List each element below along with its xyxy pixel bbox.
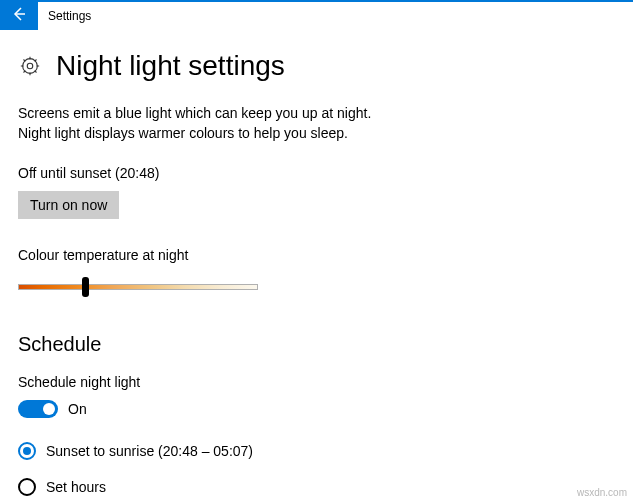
radio-option-set-hours[interactable]: Set hours xyxy=(18,478,615,496)
watermark-text: wsxdn.com xyxy=(577,487,627,498)
color-temperature-slider[interactable] xyxy=(18,277,258,297)
radio-icon xyxy=(18,442,36,460)
radio-label: Set hours xyxy=(46,479,106,495)
schedule-toggle-state: On xyxy=(68,401,87,417)
page-header: Night light settings xyxy=(18,50,615,82)
app-title: Settings xyxy=(38,2,91,30)
radio-label: Sunset to sunrise (20:48 – 05:07) xyxy=(46,443,253,459)
schedule-toggle[interactable] xyxy=(18,400,58,418)
toggle-knob xyxy=(43,403,55,415)
schedule-toggle-label: Schedule night light xyxy=(18,374,615,390)
status-text: Off until sunset (20:48) xyxy=(18,165,615,181)
svg-point-1 xyxy=(23,59,38,74)
page-description: Screens emit a blue light which can keep… xyxy=(18,104,398,143)
schedule-toggle-row: On xyxy=(18,400,615,418)
slider-thumb[interactable] xyxy=(82,277,89,297)
schedule-header: Schedule xyxy=(18,333,615,356)
svg-point-0 xyxy=(27,63,33,69)
content-area: Night light settings Screens emit a blue… xyxy=(0,30,633,496)
page-title: Night light settings xyxy=(56,50,285,82)
radio-option-sunset[interactable]: Sunset to sunrise (20:48 – 05:07) xyxy=(18,442,615,460)
slider-track xyxy=(18,284,258,290)
title-bar: Settings xyxy=(0,0,633,30)
color-temperature-label: Colour temperature at night xyxy=(18,247,615,263)
back-button[interactable] xyxy=(0,2,38,30)
radio-icon xyxy=(18,478,36,496)
gear-icon xyxy=(18,54,42,78)
turn-on-now-button[interactable]: Turn on now xyxy=(18,191,119,219)
back-arrow-icon xyxy=(11,6,27,26)
